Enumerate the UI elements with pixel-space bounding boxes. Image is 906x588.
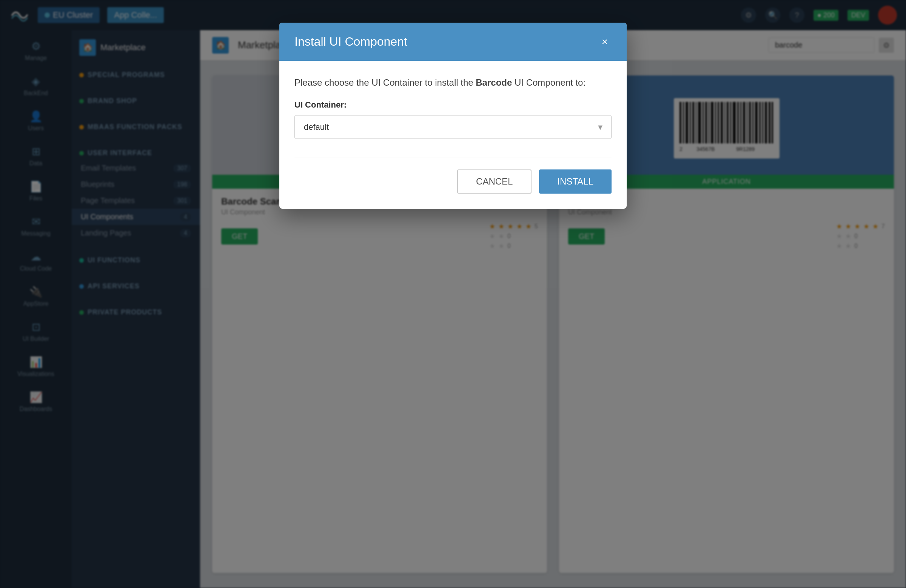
install-modal: Install UI Component × Please choose the… — [279, 22, 627, 209]
modal-overlay: Install UI Component × Please choose the… — [0, 0, 906, 588]
modal-description: Please choose the UI Container to instal… — [295, 76, 611, 89]
modal-desc-suffix: UI Component to: — [512, 77, 585, 88]
modal-select-wrap: default main secondary ▼ — [295, 115, 611, 139]
install-button[interactable]: INSTALL — [539, 169, 611, 194]
modal-header: Install UI Component × — [279, 22, 627, 61]
modal-close-button[interactable]: × — [598, 35, 611, 49]
modal-actions: CANCEL INSTALL — [295, 169, 611, 194]
modal-title: Install UI Component — [295, 35, 407, 49]
modal-desc-prefix: Please choose the UI Container to instal… — [295, 77, 476, 88]
modal-body: Please choose the UI Container to instal… — [279, 61, 627, 209]
modal-field-label: UI Container: — [295, 100, 611, 110]
cancel-button[interactable]: CANCEL — [457, 169, 531, 194]
ui-container-select[interactable]: default main secondary — [295, 115, 611, 139]
modal-divider — [295, 157, 611, 158]
modal-component-name: Barcode — [476, 77, 512, 88]
